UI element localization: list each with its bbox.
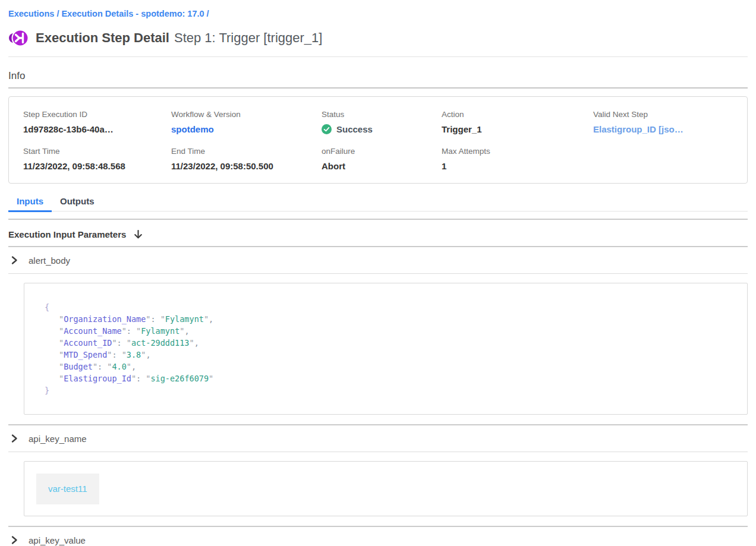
section-toggle-alert-body[interactable]: alert_body [8,247,748,273]
code-block: {"Organization_Name": "Fylamynt","Accoun… [24,283,748,415]
breadcrumb-link-executions[interactable]: Executions [8,9,54,18]
code-line: "MTD_Spend": "3.8", [45,349,735,361]
section-name: alert_body [29,255,70,266]
field-label: Valid Next Step [593,110,741,119]
code-line: { [45,301,735,313]
info-field-end-time: End Time11/23/2022, 09:58:50.500 [171,147,322,171]
info-field-action: ActionTrigger_1 [442,110,593,135]
field-value: Abort [322,161,442,171]
fylamynt-logo-icon [8,28,29,48]
value-box: var-test11 [24,461,748,516]
info-card: Step Execution ID1d97828c-13b6-40a…Workf… [8,96,748,184]
divider [8,219,748,220]
breadcrumb: Executions / Execution Details - spotdem… [8,0,748,20]
params-header: Execution Input Parameters [8,229,748,239]
sections: alert_body{"Organization_Name": "Fylamyn… [8,247,748,546]
code-line: "Budget": "4.0", [45,361,735,373]
chevron-right-icon [11,434,18,443]
field-value: 11/23/2022, 09:58:48.568 [23,161,171,171]
arrow-down-icon[interactable] [133,229,143,239]
tabs: InputsOutputs [8,193,748,212]
divider [8,56,748,57]
field-label: Start Time [23,147,171,156]
tab-outputs[interactable]: Outputs [52,193,103,211]
params-header-label: Execution Input Parameters [8,229,126,239]
breadcrumb-separator: / [204,9,209,18]
code-line: "Account_Name": "Fylamynt", [45,325,735,337]
section-toggle-api-key-name[interactable]: api_key_name [8,425,748,452]
status-badge: Success [322,124,442,134]
code-line: } [45,384,735,396]
field-value: Trigger_1 [442,124,593,134]
status-text: Success [336,124,373,134]
breadcrumb-separator: / [54,9,61,18]
section-toggle-api-key-value[interactable]: api_key_value [8,527,748,546]
info-field-step-execution-id: Step Execution ID1d97828c-13b6-40a… [23,110,171,135]
chevron-right-icon [11,535,18,545]
info-field-status: StatusSuccess [322,110,442,135]
next-step-link[interactable]: Elastigroup_ID [jso… [593,124,683,134]
check-circle-icon [322,124,332,134]
section-name: api_key_name [29,434,87,444]
info-field-start-time: Start Time11/23/2022, 09:58:48.568 [23,147,171,171]
field-label: Max Attempts [442,147,593,156]
code-line: "Account_ID": "act-29ddd113", [45,337,735,349]
value-chip: var-test11 [36,474,99,504]
info-field-workflow-version: Workflow & Versionspotdemo [171,110,322,135]
code-line: "Elastigroup_Id": "sig-e26f6079" [45,373,735,384]
page-header: Execution Step Detail Step 1: Trigger [t… [8,28,748,48]
page-title: Execution Step Detail [36,30,169,46]
execution-step-detail-page: Executions / Execution Details - spotdem… [0,0,756,546]
chevron-right-icon [11,255,18,265]
info-field-valid-next-step: Valid Next StepElastigroup_ID [jso… [593,110,741,135]
code-line: "Organization_Name": "Fylamynt", [45,313,735,325]
divider [8,452,748,452]
tab-inputs[interactable]: Inputs [8,193,52,211]
section-name: api_key_value [29,535,86,545]
info-heading: Info [8,70,748,82]
field-label: onFailure [322,147,442,156]
field-value: 1 [442,161,593,171]
page-subtitle: Step 1: Trigger [trigger_1] [174,30,322,46]
field-value: 1d97828c-13b6-40a… [23,124,171,134]
field-value: 11/23/2022, 09:58:50.500 [171,161,322,171]
field-label: Workflow & Version [171,110,322,119]
divider [8,87,748,89]
field-label: Status [322,110,442,119]
breadcrumb-link-execution-details-spotdemo-17-0[interactable]: Execution Details - spotdemo: 17.0 [61,9,204,18]
workflow-link[interactable]: spotdemo [171,124,214,134]
field-label: Step Execution ID [23,110,171,119]
info-field-onfailure: onFailureAbort [322,147,442,171]
field-label: End Time [171,147,322,156]
field-label: Action [442,110,593,119]
info-field-max-attempts: Max Attempts1 [442,147,593,171]
divider [8,273,748,274]
